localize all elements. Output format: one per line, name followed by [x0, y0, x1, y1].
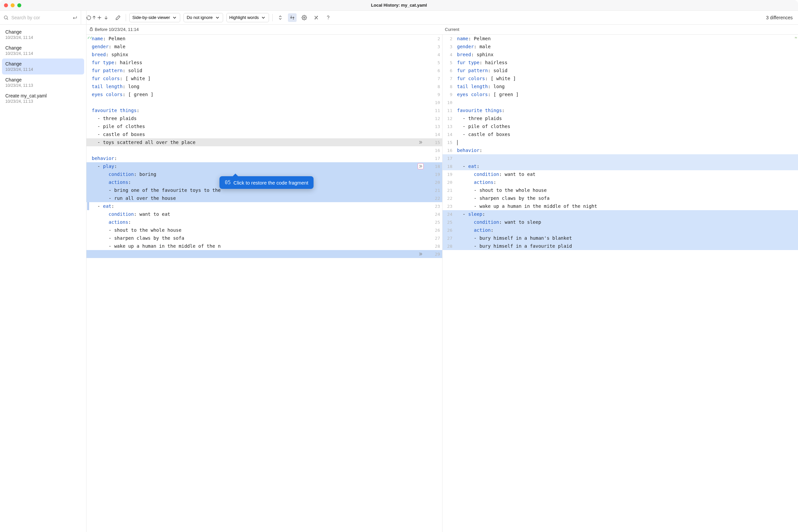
code-line[interactable]: breed: sphinx4 — [87, 51, 442, 58]
tools-button[interactable] — [312, 13, 321, 22]
diff-toolbar: Side-by-side viewer Do not ignore Highli… — [87, 11, 798, 25]
code-line[interactable]: 20 actions: — [442, 178, 798, 186]
apply-chunk-icon[interactable] — [418, 139, 424, 145]
restore-tooltip[interactable]: 05 Click to restore the code fragment — [220, 176, 314, 189]
code-line[interactable]: 19 condition: want to eat — [442, 170, 798, 178]
code-line[interactable]: 5fur_type: hairless — [442, 58, 798, 66]
code-line[interactable]: - toys scattered all over the place15 — [87, 138, 442, 146]
sync-scroll-button[interactable] — [288, 13, 297, 22]
search-input[interactable] — [11, 15, 70, 20]
right-pane[interactable]: ≈ 2name: Pelmen3gender: male4breed: sphi… — [442, 35, 798, 532]
window-minimize-button[interactable] — [11, 3, 15, 7]
code-line[interactable]: fur_pattern: solid6 — [87, 66, 442, 75]
code-line[interactable]: favourite_things:11 — [87, 107, 442, 114]
code-line[interactable]: 15 — [442, 138, 798, 146]
code-line[interactable]: eyes_colors: [ green ]9 — [87, 91, 442, 98]
code-line[interactable]: 27 - bury himself in a human's blanket — [442, 234, 798, 242]
history-item-date: 10/23/24, 11:14 — [5, 67, 81, 72]
line-number: 4 — [442, 52, 455, 57]
settings-button[interactable] — [300, 13, 308, 22]
code-line[interactable]: tail_length: long8 — [87, 82, 442, 91]
code-line[interactable]: 14 - castle of boxes — [442, 130, 798, 138]
prev-diff-button[interactable] — [90, 13, 98, 22]
line-number: 15 — [425, 140, 442, 145]
code-line[interactable]: 6fur_pattern: solid — [442, 66, 798, 75]
code-line[interactable]: 26 action: — [442, 226, 798, 234]
code-line[interactable]: - wake up a human in the middle of the n… — [87, 242, 442, 250]
code-line[interactable]: 7fur_colors: [ white ] — [442, 75, 798, 82]
code-line[interactable]: - run all over the house22 — [87, 194, 442, 202]
apply-chunk-icon[interactable] — [418, 163, 424, 169]
code-line[interactable]: name: Pelmen2 — [87, 35, 442, 42]
code-line[interactable]: 18 - eat: — [442, 162, 798, 170]
code-line[interactable]: 24 - sleep: — [442, 210, 798, 218]
code-line[interactable]: behavior:17 — [87, 154, 442, 162]
code-line[interactable]: - three plaids12 — [87, 114, 442, 122]
history-item[interactable]: Change10/23/24, 11:14 — [2, 58, 84, 75]
code-line[interactable]: - castle of boxes14 — [87, 130, 442, 138]
code-line[interactable]: 28 - bury himself in a favourite plaid — [442, 242, 798, 250]
code-line[interactable]: 23 - wake up a human in the middle of th… — [442, 202, 798, 210]
line-number: 4 — [425, 52, 442, 57]
line-number: 6 — [442, 68, 455, 73]
code-line[interactable]: fur_type: hairless5 — [87, 58, 442, 66]
window-zoom-button[interactable] — [17, 3, 21, 7]
code-line[interactable]: - pile of clothes13 — [87, 122, 442, 130]
search-box[interactable] — [0, 11, 81, 24]
code-line[interactable]: 8tail_length: long — [442, 82, 798, 91]
history-sidebar: Change10/23/24, 11:14Change10/23/24, 11:… — [0, 11, 87, 532]
code-line[interactable]: 13 - pile of clothes — [442, 122, 798, 130]
code-line[interactable]: 16behavior: — [442, 146, 798, 154]
apply-chunk-icon[interactable] — [418, 251, 424, 257]
code-line[interactable]: fur_colors: [ white ]7 — [87, 75, 442, 82]
code-line[interactable]: - play:18 — [87, 162, 442, 170]
edit-button[interactable] — [114, 13, 122, 22]
code-line[interactable]: 10 — [442, 98, 798, 107]
line-number: 3 — [442, 44, 455, 49]
window-title: Local History: my_cat.yaml — [371, 3, 427, 8]
code-line[interactable]: 2name: Pelmen — [442, 35, 798, 42]
code-line[interactable]: 16 — [87, 146, 442, 154]
line-number: 9 — [442, 92, 455, 97]
code-line[interactable]: 3gender: male — [442, 42, 798, 51]
highlight-mode-dropdown[interactable]: Highlight words — [226, 13, 269, 22]
code-line[interactable]: 12 - three plaids — [442, 114, 798, 122]
code-line[interactable]: 22 - sharpen claws by the sofa — [442, 194, 798, 202]
line-number: 18 — [442, 164, 455, 169]
history-item-date: 10/23/24, 11:14 — [5, 51, 81, 56]
code-line[interactable]: - shout to the whole house26 — [87, 226, 442, 234]
line-number: 24 — [425, 212, 442, 217]
code-line[interactable]: 21 - shout to the whole house — [442, 186, 798, 194]
line-number: 19 — [425, 172, 442, 177]
code-line[interactable]: 4breed: sphinx — [442, 51, 798, 58]
code-line[interactable]: 9eyes_colors: [ green ] — [442, 91, 798, 98]
code-line[interactable]: 17 — [442, 154, 798, 162]
code-line[interactable]: - eat:23 — [87, 202, 442, 210]
line-number: 2 — [425, 36, 442, 41]
history-item[interactable]: Create my_cat.yaml10/23/24, 11:13 — [2, 91, 84, 107]
code-line[interactable]: 25 condition: want to sleep — [442, 218, 798, 226]
code-line[interactable]: 29 — [87, 250, 442, 258]
line-number: 24 — [442, 212, 455, 217]
ignore-mode-dropdown[interactable]: Do not ignore — [184, 13, 223, 22]
history-item[interactable]: Change10/23/24, 11:14 — [2, 26, 84, 42]
help-button[interactable] — [324, 13, 332, 22]
line-number: 16 — [442, 148, 455, 153]
code-line[interactable]: - sharpen claws by the sofa27 — [87, 234, 442, 242]
left-pane[interactable]: ✓✓ name: Pelmen2gender: male3breed: sphi… — [87, 35, 442, 532]
code-line[interactable]: condition: want to eat24 — [87, 210, 442, 218]
window-close-button[interactable] — [4, 3, 8, 7]
line-number: 23 — [425, 204, 442, 209]
code-line[interactable]: 10 — [87, 98, 442, 107]
code-line[interactable]: 11favourite_things: — [442, 107, 798, 114]
history-item[interactable]: Change10/23/24, 11:14 — [2, 42, 84, 58]
line-number: 15 — [442, 140, 455, 145]
code-line[interactable]: gender: male3 — [87, 42, 442, 51]
line-number: 26 — [425, 228, 442, 233]
history-item[interactable]: Change10/23/24, 11:13 — [2, 75, 84, 91]
code-line[interactable]: actions:25 — [87, 218, 442, 226]
next-diff-button[interactable] — [102, 13, 110, 22]
collapse-unchanged-button[interactable] — [276, 13, 285, 22]
viewer-mode-dropdown[interactable]: Side-by-side viewer — [129, 13, 180, 22]
history-item-title: Create my_cat.yaml — [5, 93, 81, 98]
